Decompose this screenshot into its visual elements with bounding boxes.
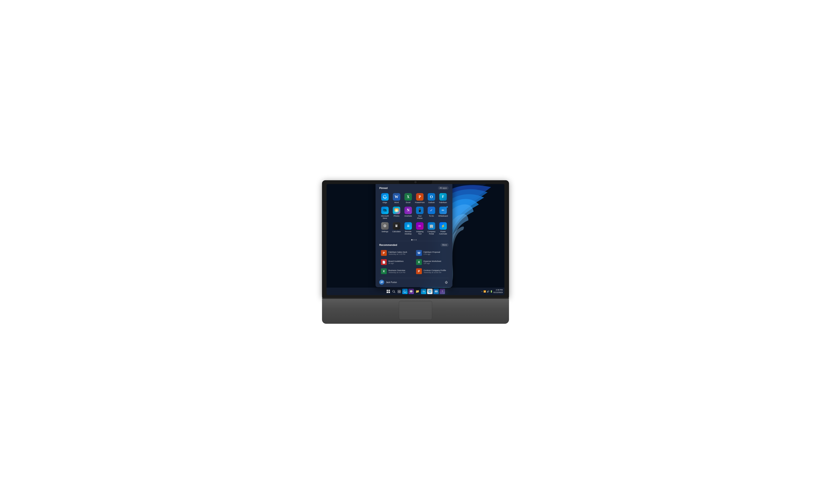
camera <box>414 181 417 183</box>
pinned-title: Pinned <box>379 187 388 189</box>
tray-chevron[interactable]: ∧ <box>481 291 483 292</box>
svg-rect-9 <box>398 292 399 293</box>
taskbar-outlook[interactable]: 📧 <box>433 289 439 294</box>
rec-expense-icon: X <box>416 259 422 265</box>
powerpoint-label: PowerPoint <box>415 202 425 204</box>
settings-label: Settings <box>381 231 388 233</box>
svg-line-6 <box>394 292 395 293</box>
rec-business-icon: X <box>381 268 387 274</box>
user-avatar: JP <box>379 280 384 285</box>
power-button[interactable]: ⏻ <box>444 280 449 285</box>
remote-desktop-icon: 🖥 <box>404 222 412 230</box>
pinned-grid: Edge W Word X Excel <box>379 192 449 236</box>
svg-rect-8 <box>399 290 401 291</box>
rec-fabrikam-proposal-icon: W <box>416 250 422 256</box>
rec-contoso-time: Yesterday at 10:50 AM <box>424 271 447 273</box>
taskbar-clock[interactable]: 2:30 PM 01/12/2023 <box>493 289 503 294</box>
recommended-title: Recommended <box>379 244 397 246</box>
settings-icon: ⚙ <box>381 222 389 230</box>
laptop-screen: 🔍 Type here to search Pinned All apps <box>326 184 505 295</box>
app-calculator[interactable]: 🖩 Calculator <box>391 221 402 236</box>
rec-item-brand-guidelines[interactable]: 📄 Brand Guidelines 2h ago <box>379 258 413 266</box>
app-whiteboard[interactable]: ✏ Whiteboard <box>437 205 449 221</box>
snipping-icon: ✂ <box>416 222 424 230</box>
edge-label: Edge <box>383 202 387 204</box>
app-edge[interactable]: Edge <box>379 192 391 205</box>
yourphone-icon: 📱 <box>416 207 424 214</box>
app-remote-desktop[interactable]: 🖥 Remote Desktop <box>403 221 414 236</box>
laptop-base <box>322 299 509 324</box>
snipping-label: Snipping Tool <box>415 231 425 235</box>
onenote-label: OneNote <box>404 215 412 217</box>
app-settings[interactable]: ⚙ Settings <box>379 221 391 236</box>
windows-button[interactable] <box>386 289 391 294</box>
taskbar-chat[interactable]: 💬 <box>408 289 414 294</box>
svg-rect-10 <box>399 292 401 293</box>
svg-rect-2 <box>389 290 390 291</box>
rec-fabrikam-proposal-time: 17m ago <box>424 253 447 255</box>
rec-item-business-overview[interactable]: X Business Overview Yesterday at 4:24 PM <box>379 267 413 275</box>
taskbar-file-explorer[interactable]: 📁 <box>415 289 420 294</box>
todo-label: To Do <box>429 215 434 217</box>
taskbar-edge[interactable] <box>402 289 408 294</box>
app-excel[interactable]: X Excel <box>403 192 414 205</box>
touchpad[interactable] <box>399 301 432 320</box>
app-fabrikam[interactable]: F Fabrikam <box>437 192 449 205</box>
rec-expense-time: 12h ago <box>424 262 447 264</box>
app-outlook[interactable]: O Outlook <box>426 192 437 205</box>
app-yourphone[interactable]: 📱 Your Phone <box>414 205 426 221</box>
onenote-icon: N <box>404 207 412 214</box>
edge-icon <box>381 193 389 201</box>
user-info[interactable]: JP Jack Purton <box>379 280 397 285</box>
app-todo[interactable]: ✓ To Do <box>426 205 437 221</box>
svg-rect-3 <box>386 292 388 293</box>
power-automate-label: Power Automate <box>438 231 448 235</box>
store-icon: 🛍 <box>381 207 389 214</box>
volume-icon: 🔊 <box>487 290 489 293</box>
app-photos[interactable]: 🌅 Photos <box>391 205 402 221</box>
todo-icon: ✓ <box>428 207 435 214</box>
rec-item-contoso[interactable]: P Contoso Company Profile Yesterday at 1… <box>414 267 449 275</box>
photos-label: Photos <box>394 215 400 217</box>
whiteboard-icon: ✏ <box>439 207 447 214</box>
calculator-label: Calculator <box>392 231 401 233</box>
rec-business-name: Business Overview <box>389 269 412 271</box>
taskbar-store[interactable]: 🛍 <box>421 289 426 294</box>
rec-contoso-name: Contoso Company Profile <box>424 269 447 271</box>
recommended-header: Recommended More <box>379 243 449 247</box>
taskbar-search-button[interactable] <box>392 289 396 294</box>
recommended-section: Recommended More P Fabrikam Sales Deck Y <box>379 241 449 275</box>
all-apps-button[interactable]: All apps <box>438 186 449 190</box>
word-label: Word <box>394 202 399 204</box>
taskbar-teams[interactable]: T <box>439 289 445 294</box>
wifi-icon: 📶 <box>483 290 486 293</box>
power-automate-icon: ⚡ <box>439 222 447 230</box>
rec-fabrikam-sales-name: Fabrikam Sales Deck <box>389 251 412 253</box>
app-onenote[interactable]: N OneNote <box>403 205 414 221</box>
outlook-icon: O <box>428 193 435 201</box>
taskbar: 💬 📁 🛍 🌐 📧 <box>326 288 505 295</box>
app-power-automate[interactable]: ⚡ Power Automate <box>437 221 449 236</box>
rec-item-expense[interactable]: X Expense Worksheet 12h ago <box>414 258 449 266</box>
rec-item-fabrikam-proposal[interactable]: W Fabrikam Proposal 17m ago <box>414 249 449 257</box>
excel-icon: X <box>404 193 412 201</box>
rec-item-fabrikam-sales[interactable]: P Fabrikam Sales Deck Yesterday at 1:15 … <box>379 249 413 257</box>
user-name: Jack Purton <box>386 281 397 284</box>
photos-icon: 🌅 <box>393 207 400 214</box>
app-company-portal[interactable]: 🏢 Company Portal <box>426 221 437 236</box>
taskbar-edge2[interactable]: 🌐 <box>427 289 433 294</box>
task-view-button[interactable] <box>397 289 401 294</box>
more-button[interactable]: More <box>441 243 449 247</box>
rec-business-time: Yesterday at 4:24 PM <box>389 271 412 273</box>
outlook-label: Outlook <box>428 202 435 204</box>
clock-date: 01/12/2023 <box>493 291 503 294</box>
app-word[interactable]: W Word <box>391 192 402 205</box>
app-powerpoint[interactable]: P PowerPoint <box>414 192 426 205</box>
rec-fabrikam-proposal-name: Fabrikam Proposal <box>424 251 447 253</box>
powerpoint-icon: P <box>416 193 424 201</box>
app-snipping[interactable]: ✂ Snipping Tool <box>414 221 426 236</box>
svg-point-5 <box>393 290 394 292</box>
app-store[interactable]: 🛍 Microsoft Store <box>379 205 391 221</box>
svg-rect-4 <box>389 292 390 293</box>
pinned-header: Pinned All apps <box>379 186 449 190</box>
